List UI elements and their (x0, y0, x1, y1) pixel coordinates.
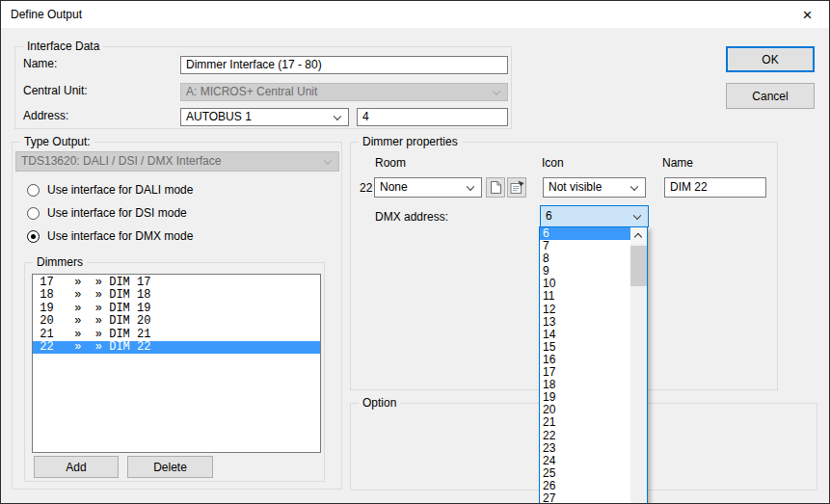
address-bus-combobox[interactable]: AUTOBUS 1 (180, 108, 349, 126)
define-output-dialog: Define Output × Interface Data Name: Dim… (0, 0, 830, 504)
dmx-option[interactable]: 25 (540, 467, 630, 480)
interface-data-group: Interface Data Name: Dimmer Interface (1… (14, 46, 512, 129)
dmx-dropdown: 6789101112131415161718192021222324252627 (539, 226, 648, 504)
dimmers-group: Dimmers 17 » » DIM 17 18 » » DIM 18 19 »… (24, 262, 325, 482)
dimmer-row[interactable]: 22 » » DIM 22 (33, 341, 320, 354)
dropdown-scrollbar[interactable] (630, 227, 647, 504)
dimmer-row[interactable]: 20 » » DIM 20 (33, 315, 320, 328)
room-header: Room (375, 156, 406, 170)
close-button[interactable]: × (786, 1, 829, 28)
new-room-button[interactable] (486, 177, 505, 198)
dimmers-legend: Dimmers (33, 255, 87, 270)
scrollbar-thumb[interactable] (630, 246, 647, 286)
delete-button[interactable]: Delete (127, 456, 213, 478)
new-document-icon (490, 180, 502, 195)
window-title: Define Output (11, 8, 82, 21)
scroll-up-icon (634, 233, 642, 241)
radio-icon (27, 230, 40, 243)
dmx-option[interactable]: 24 (540, 455, 630, 467)
close-icon: × (803, 7, 813, 23)
dmx-option[interactable]: 6 (540, 227, 630, 240)
radio-dmx-mode[interactable]: Use interface for DMX mode (27, 229, 193, 243)
option-legend: Option (359, 396, 400, 411)
dmx-option[interactable]: 13 (540, 316, 630, 329)
dimmer-number-label: 22 (360, 181, 372, 195)
titlebar[interactable]: Define Output × (1, 1, 829, 28)
chevron-down-icon (633, 211, 641, 219)
name-header: Name (662, 156, 693, 170)
dimmer-properties-legend: Dimmer properties (359, 135, 462, 149)
dmx-address-label: DMX address: (375, 210, 448, 224)
dimmer-name-input[interactable]: DIM 22 (664, 177, 766, 198)
dmx-option[interactable]: 23 (540, 442, 630, 455)
dmx-option[interactable]: 15 (540, 341, 630, 354)
dmx-option[interactable]: 21 (540, 416, 630, 429)
dmx-address-combobox[interactable]: 6 (540, 205, 649, 227)
dmx-option[interactable]: 22 (540, 430, 630, 442)
scroll-up-button[interactable] (630, 227, 647, 244)
central-unit-label: Central Unit: (23, 84, 88, 97)
dimmers-listbox[interactable]: 17 » » DIM 17 18 » » DIM 18 19 » » DIM 1… (32, 274, 321, 453)
icon-header: Icon (542, 156, 564, 170)
dimmer-row[interactable]: 18 » » DIM 18 (33, 289, 320, 302)
add-button[interactable]: Add (34, 456, 119, 478)
chevron-down-icon (334, 112, 341, 119)
dimmer-row[interactable]: 17 » » DIM 17 (33, 277, 320, 289)
chevron-down-icon (467, 182, 474, 190)
icon-combobox[interactable]: Not visible (543, 177, 646, 198)
radio-dsi-mode[interactable]: Use interface for DSI mode (27, 206, 187, 220)
dmx-dropdown-list[interactable]: 6789101112131415161718192021222324252627 (540, 227, 630, 504)
dmx-option[interactable]: 14 (540, 329, 630, 341)
interface-name-input[interactable]: Dimmer Interface (17 - 80) (180, 56, 508, 74)
radio-dali-label: Use interface for DALI mode (47, 183, 193, 197)
dmx-option[interactable]: 27 (540, 492, 630, 504)
dmx-option[interactable]: 26 (540, 480, 630, 492)
radio-dali-mode[interactable]: Use interface for DALI mode (27, 183, 193, 197)
address-label: Address: (23, 109, 68, 122)
dmx-option[interactable]: 12 (540, 304, 630, 316)
dmx-option[interactable]: 11 (540, 290, 630, 303)
ok-button[interactable]: OK (726, 46, 815, 72)
type-output-group: Type Output: TDS13620: DALI / DSI / DMX … (12, 142, 342, 490)
chevron-down-icon (630, 182, 638, 190)
type-output-combobox: TDS13620: DALI / DSI / DMX Interface (15, 151, 339, 172)
dmx-option[interactable]: 8 (540, 252, 630, 265)
radio-icon (27, 184, 40, 197)
central-unit-combobox: A: MICROS+ Central Unit (180, 83, 508, 101)
radio-dmx-label: Use interface for DMX mode (47, 229, 193, 243)
radio-dsi-label: Use interface for DSI mode (47, 206, 187, 220)
name-label: Name: (23, 57, 57, 70)
type-output-legend: Type Output: (20, 135, 94, 149)
radio-icon (27, 207, 40, 220)
cancel-button[interactable]: Cancel (726, 83, 815, 109)
chevron-down-icon (493, 87, 500, 94)
dimmer-row[interactable]: 21 » » DIM 21 (33, 329, 320, 341)
properties-icon (510, 180, 524, 195)
room-properties-button[interactable] (507, 177, 526, 198)
address-number-input[interactable]: 4 (357, 108, 508, 126)
room-combobox[interactable]: None (374, 177, 482, 198)
dmx-option[interactable]: 7 (540, 240, 630, 252)
dimmer-row[interactable]: 19 » » DIM 19 (33, 303, 320, 315)
interface-data-legend: Interface Data (23, 40, 103, 54)
chevron-down-icon (324, 156, 332, 164)
